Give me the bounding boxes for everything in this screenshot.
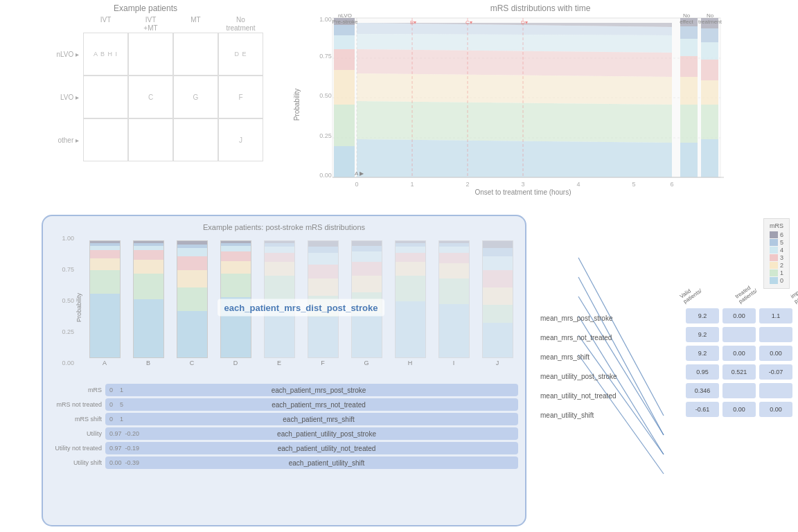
bar-g: G	[346, 240, 387, 366]
svg-text:treatment: treatment	[698, 19, 722, 25]
bar-i: I	[433, 240, 475, 366]
svg-text:Probability: Probability	[293, 89, 301, 121]
patient-distributions-panel: Example patients: post-stroke mRS distri…	[42, 215, 526, 526]
label-util-shift: Utility shift	[50, 459, 105, 466]
col-header-ivt-mt: IVT+MT	[128, 16, 173, 33]
svg-text:D▾: D▾	[521, 19, 528, 26]
cell-lvo-mt: G	[173, 76, 218, 118]
row-label-other: other ▸	[48, 136, 83, 144]
bar-j: J	[477, 240, 518, 366]
svg-text:0.00: 0.00	[319, 172, 332, 179]
cell-1-1: 9.2	[686, 308, 719, 323]
stats-row-4: 0.95 0.521 -0.07	[686, 364, 798, 380]
svg-rect-21	[334, 49, 355, 70]
svg-text:3: 3	[521, 181, 524, 188]
legend-label-6: 6	[780, 231, 783, 238]
svg-rect-37	[680, 77, 698, 105]
svg-rect-44	[701, 80, 718, 105]
cell-other-no: J	[218, 118, 263, 161]
legend-title: mRS	[770, 222, 783, 229]
ytick-05: 0.50	[62, 297, 74, 304]
col-header-ivt: IVT	[83, 16, 128, 33]
svg-rect-35	[680, 39, 698, 56]
bar-b: B	[127, 240, 169, 366]
cell-5-3	[759, 383, 792, 398]
stat-label-util: mean_utility_post_stroke	[540, 366, 679, 386]
nums-mrs-shift: 0 1	[109, 416, 123, 423]
values-util-shift: 0.00 -0.39 each_patient_utility_shift	[105, 456, 518, 469]
cell-other-mt	[173, 118, 218, 161]
nums-util-post: 0.97 -0.20	[109, 430, 139, 437]
data-row-mrs-shift: mRS shift 0 1 each_patient_mrs_shift	[50, 413, 518, 425]
legend-item-5: 5	[770, 239, 783, 246]
values-util-post: 0.97 -0.20 each_patient_utility_post_str…	[105, 427, 518, 440]
cell-4-2: 0.521	[722, 364, 756, 380]
svg-rect-45	[701, 105, 718, 139]
legend-item-6: 6	[770, 231, 783, 238]
svg-text:2: 2	[466, 181, 469, 188]
stats-content: mean_mrs_post_stroke mean_mrs_not_treate…	[540, 253, 790, 425]
ytick-1: 1.00	[62, 235, 74, 242]
row-lvo: LVO ▸ C G F	[48, 76, 277, 118]
cell-2-2	[722, 327, 756, 342]
label-mrs-shift: mRS shift	[50, 416, 105, 423]
stats-labels: mean_mrs_post_stroke mean_mrs_not_treate…	[540, 253, 679, 425]
data-row-util-post: Utility 0.97 -0.20 each_patient_utility_…	[50, 427, 518, 440]
values-mrs-shift: 0 1 each_patient_mrs_shift	[105, 413, 518, 425]
nums-mrs-not: 0 5	[109, 401, 123, 408]
legend-color-6	[770, 231, 778, 238]
svg-rect-19	[334, 25, 355, 35]
stats-row-3: 9.2 0.00 0.00	[686, 346, 798, 361]
summary-stats-panel: mRS 6 5 4 3 2 1 0	[540, 218, 790, 523]
name-mrs-shift: each_patient_mrs_shift	[123, 416, 514, 423]
cell-nlvo-ivtmt	[128, 33, 173, 76]
nums-util-shift: 0.00 -0.39	[109, 459, 139, 466]
ytick-0: 0.00	[62, 360, 74, 366]
svg-text:6: 6	[670, 181, 673, 188]
legend-label-5: 5	[780, 239, 783, 246]
bars-container: A B	[84, 235, 518, 380]
cell-6-2: 0.00	[722, 402, 756, 417]
name-util-post: each_patient_utility_post_stroke	[139, 430, 514, 438]
cell-nlvo-mt	[173, 33, 218, 76]
cell-lvo-ivtmt: C	[128, 76, 173, 118]
bar-d: D	[215, 240, 256, 366]
svg-text:C▾: C▾	[466, 19, 472, 26]
col-header-improved: improvedpatients	[790, 273, 798, 305]
svg-rect-46	[701, 139, 718, 177]
svg-text:Onset to treatment time (hours: Onset to treatment time (hours)	[475, 188, 571, 196]
svg-rect-24	[334, 146, 355, 177]
stats-row-2: 9.2	[686, 327, 798, 342]
mrs-distributions-panel: mRS distributions with time 0.00 0.25 0.…	[291, 3, 790, 208]
name-util-shift: each_patient_utility_shift	[139, 459, 514, 467]
stat-label-mean-mrs: mean_mrs_post_stroke	[540, 308, 679, 328]
bar-f: F	[302, 240, 344, 366]
example-patients-title: Example patients	[14, 3, 277, 13]
cell-3-3: 0.00	[759, 346, 792, 361]
col-header-valid: Validpatients/	[679, 273, 717, 305]
patient-distributions-title: Example patients: post-stroke mRS distri…	[50, 223, 518, 231]
svg-text:No: No	[683, 12, 691, 19]
svg-text:1.00: 1.00	[319, 16, 332, 23]
stats-row-6: -0.61 0.00 0.00	[686, 402, 798, 417]
svg-rect-34	[680, 26, 698, 39]
stats-data-rows: 9.2 0.00 1.1 9.2 9.2 0.00 0.00	[686, 308, 798, 417]
svg-rect-20	[334, 35, 355, 49]
col-header-treated: treatedpatients/	[734, 273, 772, 305]
col-header-no: Notreatment	[218, 16, 263, 33]
stat-label-mean-mrs-not: mean_mrs_not_treated	[540, 328, 679, 347]
stat-label-mrs-shift: mean_mrs_shift	[540, 347, 679, 366]
svg-rect-42	[701, 42, 718, 60]
stats-grid: Validpatients/ treatedpatients/ improved…	[686, 253, 798, 425]
cell-6-1: -0.61	[686, 402, 719, 417]
svg-text:0: 0	[355, 181, 358, 188]
col-header-mt: MT	[173, 16, 218, 33]
cell-nlvo-ivt: A B H I	[83, 33, 128, 76]
svg-text:nLVO: nLVO	[338, 12, 352, 19]
label-util-not: Utility not treated	[50, 445, 105, 452]
cell-4-3: -0.07	[759, 364, 792, 380]
svg-text:1: 1	[410, 181, 414, 188]
svg-text:4: 4	[576, 181, 580, 188]
values-mrs-not: 0 5 each_patient_mrs_not_treated	[105, 398, 518, 411]
name-mrs-post: each_patient_mrs_post_stroke	[123, 387, 514, 394]
